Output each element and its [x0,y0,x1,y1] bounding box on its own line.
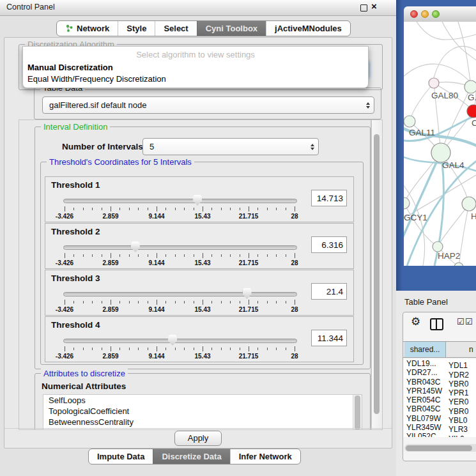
attribute-item[interactable]: TopologicalCoefficient [43,406,362,417]
threshold-value-field[interactable]: 6.316 [311,236,347,253]
float-window-icon[interactable] [360,4,367,12]
number-of-intervals-combobox[interactable]: 5 [142,138,319,155]
minimize-traffic-light-icon[interactable] [421,10,429,18]
slider-track[interactable] [63,292,297,296]
table-row[interactable]: YBR045CYBR0 [403,404,476,413]
tick-label: 28 [291,259,298,266]
numerical-attributes-list[interactable]: SelfLoopsTopologicalCoefficientBetweenne… [43,394,362,430]
network-node[interactable] [404,116,415,127]
table-row[interactable]: YDR27...YDR2 [403,368,476,377]
tab-label: Impute Data [97,451,144,462]
apply-button[interactable]: Apply [174,431,222,446]
node-label: H [471,211,476,221]
combobox-stepper-icon[interactable] [307,139,318,155]
combobox-value: 5 [143,142,307,151]
scrollbar-thumb[interactable] [406,445,472,451]
threshold-slider[interactable]: -3.4262.8599.14415.4321.71528 [63,288,296,314]
group-title: Threshold's Coordinates for 5 Intervals [47,157,194,167]
threshold-value: 14.713 [317,194,343,203]
zoom-traffic-light-icon[interactable] [432,10,440,18]
threshold-label: Threshold 2 [51,227,100,236]
tab-discretize-data[interactable]: Discretize Data [153,449,229,464]
threshold-value-field[interactable]: 21.4 [311,283,347,300]
combobox-stepper-icon[interactable] [362,97,374,113]
table-row[interactable]: YBL079WYBL0 [403,414,476,423]
tick-label: 28 [291,306,298,313]
threshold-slider[interactable]: -3.4262.8599.14415.4321.71528 [63,195,296,220]
slider-handle[interactable] [193,195,202,206]
checkbox-icon[interactable]: ☑ [465,317,473,326]
column-header-shared-name[interactable]: shared... [404,342,446,357]
tab-cyni-toolbox[interactable]: Cyni Toolbox [197,21,266,36]
threshold-value-field[interactable]: 14.713 [311,190,347,206]
threshold-slider[interactable]: -3.4262.8599.14415.4321.71528 [63,242,296,267]
column-header-name[interactable]: n [446,342,476,357]
tick-label: 21.715 [239,213,259,220]
tick-label: -3.426 [56,259,73,266]
network-canvas[interactable]: GAL80G.GAL11CGAL4GCY1HHAP2 [404,22,476,266]
network-view-window: GAL80G.GAL11CGAL4GCY1HHAP2 [404,6,476,266]
slider-tick-labels: -3.4262.8599.14415.4321.71528 [65,306,295,314]
slider-handle[interactable] [168,335,177,346]
tab-jactivemnodules[interactable]: jActiveMNodules [266,21,350,36]
tab-network[interactable]: Network [57,21,118,36]
tick-label: 2.859 [102,259,118,266]
table-panel: Table Panel ⚙ ☑ ☑ shared... n YDL19...YD… [396,291,476,476]
tab-style[interactable]: Style [118,21,155,36]
tab-select[interactable]: Select [155,21,196,36]
vertical-scrollbar[interactable] [371,119,383,430]
slider-track[interactable] [63,199,297,203]
tick-label: 21.715 [239,353,259,360]
network-node[interactable] [431,143,450,162]
threshold-label: Threshold 1 [51,180,100,190]
network-node[interactable] [429,78,439,88]
threshold-value-field[interactable]: 11.344 [311,330,347,346]
tab-label: Cyni Toolbox [206,23,257,34]
threshold-value: 6.316 [321,240,343,250]
checkbox-icon[interactable]: ☑ [457,317,464,326]
panel-title: Control Panel [6,3,55,12]
tab-label: Discretize Data [162,451,221,462]
dropdown-option-manual-discretization[interactable]: Manual Discretization [27,63,113,72]
dropdown-placeholder-option[interactable]: Select algorithm to view settings [23,50,368,59]
split-columns-icon[interactable] [430,318,443,330]
table-row[interactable]: YPR145WYPR1 [403,387,476,395]
tick-label: 21.715 [239,306,259,313]
table-row[interactable]: YER054CYER0 [403,395,476,404]
table-row[interactable]: YDL19...YDL1 [403,359,476,368]
tab-label: Select [164,23,188,34]
tab-infer-network[interactable]: Infer Network [230,449,300,464]
node-label: HAP2 [438,251,460,261]
attribute-item[interactable]: BetweennessCentrality [43,417,362,427]
horizontal-scrollbar[interactable] [404,444,476,452]
network-node[interactable] [462,197,476,211]
window-titlebar [404,6,476,22]
numerical-attributes-heading: Numerical Attributes [42,381,126,391]
attributes-scrollbar[interactable] [353,395,362,430]
scrollbar-thumb[interactable] [355,395,360,430]
table-row[interactable]: YLR345WYLR3 [403,423,476,432]
slider-ticks [65,206,295,212]
network-node[interactable] [467,105,476,118]
network-node[interactable] [404,197,410,209]
network-node[interactable] [433,242,443,252]
slider-track[interactable] [63,245,297,250]
dropdown-option-equal-width[interactable]: Equal Width/Frequency Discretization [27,74,166,84]
network-node[interactable] [464,81,476,93]
combobox-value: galFiltered.sif default node [43,100,362,110]
slider-track[interactable] [63,339,297,343]
table-row[interactable]: YBR043CYBR0 [403,378,476,387]
attribute-item[interactable]: SelfLoops [43,395,362,406]
cyni-content: Discretization Algorithm Select algorith… [4,37,392,449]
tab-impute-data[interactable]: Impute Data [89,449,153,464]
threshold-label: Threshold 4 [51,320,100,330]
slider-handle[interactable] [131,242,140,252]
threshold-slider[interactable]: -3.4262.8599.14415.4321.71528 [63,335,296,360]
close-traffic-light-icon[interactable] [410,10,418,18]
scrollbar-thumb[interactable] [374,134,380,414]
slider-handle[interactable] [243,288,252,299]
close-icon[interactable]: × [371,1,377,12]
gear-icon[interactable]: ⚙ [411,315,420,328]
table-data-combobox[interactable]: galFiltered.sif default node [42,96,374,114]
network-node[interactable] [454,263,463,266]
